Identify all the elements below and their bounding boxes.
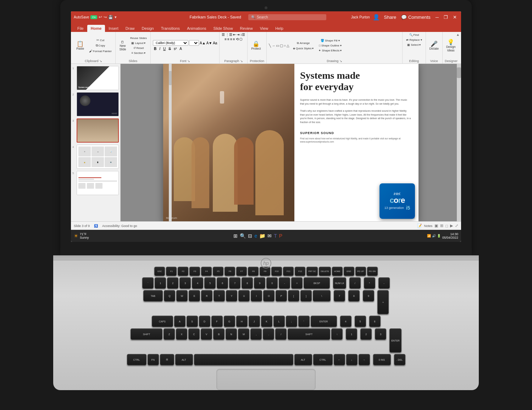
key-c[interactable]: C: [188, 328, 200, 340]
key-0[interactable]: 0: [266, 277, 278, 289]
slide-thumb-item-5[interactable]: 5: [72, 171, 119, 195]
key-fn[interactable]: FN: [148, 354, 159, 365]
key-delete[interactable]: DELETE: [319, 267, 331, 276]
key-f6[interactable]: F6: [225, 267, 235, 276]
key-f8[interactable]: F8: [248, 267, 259, 276]
key-f1[interactable]: F1: [166, 267, 177, 276]
tab-help[interactable]: Help: [272, 25, 287, 32]
tab-insert[interactable]: Insert: [105, 25, 122, 32]
italic-button[interactable]: I: [158, 46, 161, 51]
select-button[interactable]: ▦ Select▾: [406, 43, 422, 47]
key-f11[interactable]: F11: [283, 267, 294, 276]
quick-styles-button[interactable]: ◈ Quick Styles▾: [292, 46, 315, 51]
key-quote[interactable]: ': [298, 316, 310, 327]
align-center-button[interactable]: ≡: [227, 37, 229, 41]
key-numplus[interactable]: +: [377, 290, 389, 314]
key-right[interactable]: →: [359, 354, 370, 365]
key-num0[interactable]: 0 INS: [373, 354, 391, 365]
reset-button[interactable]: ↺ Reset: [129, 46, 148, 50]
key-enter[interactable]: ENTER: [311, 316, 337, 327]
key-m[interactable]: M: [238, 328, 249, 340]
tab-home[interactable]: Home: [87, 25, 105, 32]
arrow-shape[interactable]: →: [272, 44, 275, 48]
key-n[interactable]: N: [226, 328, 237, 340]
key-lbracket[interactable]: [: [288, 290, 299, 301]
key-numlk[interactable]: NUM LK: [333, 277, 346, 289]
mail-icon[interactable]: ✉: [267, 233, 272, 239]
key-i[interactable]: I: [251, 290, 262, 301]
slide-thumb-item-1[interactable]: 1 System made for everyday: [72, 66, 119, 90]
key-h[interactable]: H: [236, 316, 248, 327]
key-num4[interactable]: 4: [340, 316, 351, 327]
key-f4[interactable]: F4: [201, 267, 212, 276]
key-numenter[interactable]: ENTER: [389, 328, 401, 353]
key-down[interactable]: ↓: [346, 354, 358, 365]
tab-slideshow[interactable]: Slide Show: [210, 25, 237, 32]
font-family-select[interactable]: Calibri (Body): [153, 40, 188, 46]
key-tab[interactable]: TAB: [143, 290, 163, 301]
key-backspace[interactable]: BKSP: [304, 277, 330, 289]
slide-editor-scrollbar[interactable]: [457, 64, 461, 221]
increase-indent-button[interactable]: ⇥: [237, 33, 239, 37]
key-s[interactable]: S: [187, 316, 198, 327]
font-size-select[interactable]: 21: [189, 40, 199, 46]
key-2[interactable]: 2: [167, 277, 178, 289]
key-left[interactable]: ←: [334, 354, 345, 365]
key-home[interactable]: HOME: [332, 267, 343, 276]
key-8[interactable]: 8: [242, 277, 253, 289]
key-4[interactable]: 4: [192, 277, 203, 289]
key-semicolon[interactable]: ;: [286, 316, 297, 327]
key-v[interactable]: V: [201, 328, 212, 340]
key-q[interactable]: Q: [164, 290, 175, 301]
tab-review[interactable]: Review: [237, 25, 256, 32]
align-right-button[interactable]: ≡: [230, 37, 232, 41]
justify-button[interactable]: ≡: [233, 37, 235, 41]
key-nummult[interactable]: *: [364, 277, 375, 289]
ribbon-collapse-icon[interactable]: ▲: [456, 33, 460, 37]
key-a[interactable]: A: [174, 316, 185, 327]
key-shift-right[interactable]: SHIFT: [288, 328, 330, 340]
key-pgup[interactable]: PG UP: [355, 267, 366, 276]
key-num2[interactable]: 2: [360, 328, 372, 340]
strikethrough-button[interactable]: S: [167, 46, 172, 51]
slides-panel-scrollbar[interactable]: [169, 64, 172, 221]
increase-font-button[interactable]: A▲: [200, 41, 206, 45]
find-button[interactable]: 🔍 Find: [408, 33, 421, 37]
key-ctrl-left[interactable]: CTRL: [127, 354, 146, 365]
autosave-toggle[interactable]: On: [90, 15, 97, 19]
search-taskbar-icon[interactable]: 🔍: [240, 233, 246, 239]
reading-view-icon[interactable]: □: [445, 224, 448, 228]
key-alt-right[interactable]: ALT: [294, 354, 312, 365]
dictate-button[interactable]: 🎤 Dictate: [428, 40, 440, 51]
key-5[interactable]: 5: [204, 277, 216, 289]
fit-icon[interactable]: ⤢: [455, 223, 458, 228]
layout-button[interactable]: ▦ Layout▾: [129, 41, 148, 45]
key-b[interactable]: B: [213, 328, 225, 340]
customize-icon[interactable]: ▾: [115, 15, 117, 20]
key-num1[interactable]: 1: [346, 328, 357, 340]
key-9[interactable]: 9: [254, 277, 265, 289]
key-7[interactable]: 7: [229, 277, 240, 289]
tab-transitions[interactable]: Transitions: [157, 25, 183, 32]
bullets-button[interactable]: ☰: [222, 33, 225, 37]
key-comma[interactable]: ,: [250, 328, 262, 340]
key-numslash[interactable]: /: [349, 277, 361, 289]
decrease-indent-button[interactable]: ⇤: [233, 33, 236, 37]
line-shape[interactable]: ╲: [269, 44, 271, 48]
key-y[interactable]: Y: [226, 290, 237, 301]
triangle-shape[interactable]: △: [287, 44, 289, 48]
slide-thumb-2[interactable]: NEWS: [77, 92, 119, 116]
key-backslash[interactable]: \: [313, 290, 331, 301]
minimize-button[interactable]: ─: [434, 15, 440, 20]
key-x[interactable]: X: [176, 328, 187, 340]
key-3[interactable]: 3: [179, 277, 191, 289]
key-num3[interactable]: 3: [375, 328, 386, 340]
align-left-button[interactable]: ≡: [225, 37, 227, 41]
protect-button[interactable]: 🔒 Protect: [250, 40, 262, 51]
copy-button[interactable]: ⧉ Copy: [88, 43, 113, 48]
tab-animations[interactable]: Animations: [183, 25, 210, 32]
key-caps[interactable]: CAPS: [152, 316, 173, 327]
text-shadow-button[interactable]: s²: [173, 46, 178, 51]
redo-icon[interactable]: ↪: [104, 15, 107, 20]
arrange-button[interactable]: ⧉ Arrange: [292, 41, 315, 46]
